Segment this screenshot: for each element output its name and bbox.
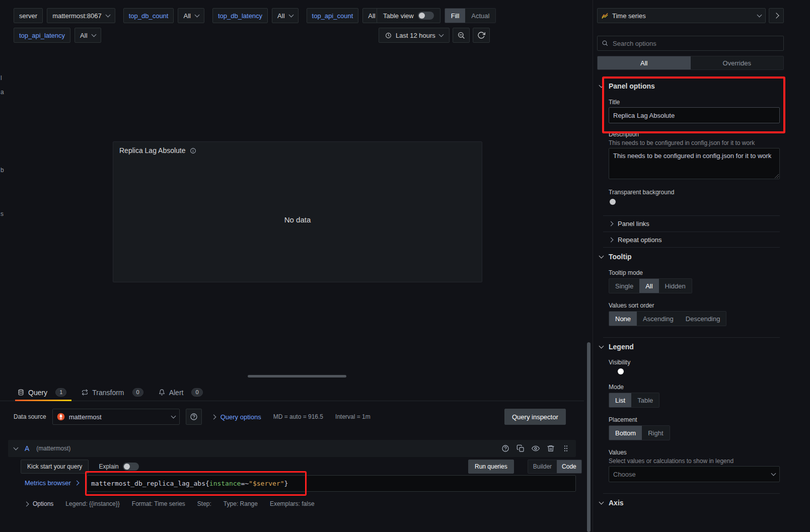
visualization-picker[interactable]: Time series — [597, 8, 766, 23]
drag-handle-icon[interactable] — [562, 444, 570, 452]
transparent-bg-label: Transparent background — [609, 189, 674, 196]
sort-ascending[interactable]: Ascending — [637, 312, 680, 326]
legend-mode-list[interactable]: List — [609, 393, 631, 407]
view-mode-actual[interactable]: Actual — [465, 9, 495, 23]
panel-header[interactable]: Replica Lag Absolute — [113, 142, 482, 159]
options-tab-overrides[interactable]: Overrides — [691, 56, 784, 69]
tooltip-mode-hidden[interactable]: Hidden — [659, 279, 692, 293]
variable-value-server[interactable]: mattermost:8067 — [47, 8, 115, 23]
chevron-down-icon — [91, 32, 96, 37]
zoom-out-button[interactable] — [453, 28, 470, 43]
repeat-options-collapsible[interactable]: Repeat options — [603, 232, 780, 248]
metrics-browser-control[interactable]: Metrics browser — [25, 479, 79, 487]
refresh-button[interactable] — [473, 28, 490, 43]
time-range-picker[interactable]: Last 12 hours — [379, 28, 450, 43]
no-data-message: No data — [113, 215, 482, 224]
tab-transform-badge: 0 — [132, 388, 143, 397]
pane-resize-handle[interactable] — [248, 375, 346, 377]
section-divider — [603, 337, 780, 338]
query-ref-id[interactable]: A — [25, 444, 29, 452]
table-view-toggle[interactable] — [418, 12, 434, 20]
view-mode-fill[interactable]: Fill — [445, 9, 466, 23]
section-legend[interactable]: Legend — [600, 343, 634, 351]
variable-label-top-api-count[interactable]: top_api_count — [307, 8, 359, 23]
tab-query-label: Query — [28, 389, 47, 397]
options-tab-all[interactable]: All — [598, 56, 691, 69]
tab-transform-label: Transform — [92, 389, 124, 397]
collapse-options-pane-button[interactable] — [769, 8, 784, 23]
section-axis[interactable]: Axis — [600, 499, 624, 507]
panel-view-controls: Table view Fill Actual — [377, 8, 496, 23]
kick-start-query-button[interactable]: Kick start your query — [21, 460, 89, 474]
chevron-down-icon — [599, 344, 604, 349]
panel-links-collapsible[interactable]: Panel links — [603, 215, 780, 232]
variable-value-top-db-latency[interactable]: All — [272, 8, 298, 23]
tab-transform[interactable]: Transform 0 — [82, 384, 143, 401]
placement-right[interactable]: Right — [642, 426, 669, 440]
section-divider — [603, 493, 780, 494]
explain-toggle[interactable] — [123, 463, 139, 471]
editor-mode-group: Builder Code — [528, 460, 582, 474]
delete-query-icon[interactable] — [547, 444, 555, 452]
visualization-name: Time series — [612, 12, 646, 20]
sort-descending[interactable]: Descending — [680, 312, 726, 326]
legend-mode-group: List Table — [609, 393, 659, 408]
options-collapse[interactable]: Options — [25, 500, 53, 507]
variable-label-top-db-count[interactable]: top_db_count — [123, 8, 174, 23]
tooltip-mode-label: Tooltip mode — [609, 269, 643, 276]
query-options-link[interactable]: Query options — [220, 413, 261, 421]
query-inspector-button[interactable]: Query inspector — [504, 409, 566, 425]
option-exemplars: Exemplars: false — [270, 500, 315, 507]
chevron-down-icon — [771, 471, 776, 476]
panel-description-textarea[interactable]: This needs to be configured in config.js… — [609, 148, 780, 179]
tooltip-mode-single[interactable]: Single — [609, 279, 639, 293]
run-queries-button[interactable]: Run queries — [468, 460, 514, 474]
panel-title-input[interactable] — [609, 107, 780, 123]
variable-value-top-api-latency[interactable]: All — [75, 28, 101, 43]
clipped-text-fragment: a — [1, 89, 4, 96]
legend-mode-table[interactable]: Table — [631, 393, 659, 407]
datasource-help-button[interactable] — [186, 409, 202, 425]
duplicate-query-icon[interactable] — [517, 444, 525, 452]
tab-query-badge: 1 — [55, 388, 66, 397]
options-pane-scrollbar[interactable] — [587, 342, 591, 532]
explain-label: Explain — [99, 463, 118, 470]
toggle-visibility-icon[interactable] — [532, 444, 540, 452]
placement-bottom[interactable]: Bottom — [609, 426, 642, 440]
help-circle-icon — [190, 413, 198, 421]
chevron-right-icon — [609, 221, 614, 226]
tab-query[interactable]: Query 1 — [18, 384, 66, 401]
table-view-control: Table view — [377, 8, 440, 23]
query-help-icon[interactable] — [501, 444, 509, 452]
section-panel-options[interactable]: Panel options — [600, 82, 655, 90]
legend-placement-group: Bottom Right — [609, 425, 670, 440]
tooltip-mode-group: Single All Hidden — [609, 278, 692, 293]
variable-label-top-db-latency[interactable]: top_db_latency — [212, 8, 268, 23]
sort-none[interactable]: None — [609, 312, 637, 326]
legend-values-select[interactable]: Choose — [609, 466, 780, 482]
query-options-md: MD = auto = 916.5 — [273, 413, 323, 420]
info-icon[interactable] — [190, 147, 196, 154]
datasource-picker[interactable]: mattermost — [52, 409, 180, 425]
query-expression-input[interactable]: mattermost_db_replica_lag_abs{instance=~… — [87, 475, 576, 492]
query-options-summary[interactable]: Query options MD = auto = 916.5 Interval… — [212, 413, 371, 421]
option-format: Format: Time series — [132, 500, 185, 507]
option-type: Type: Range — [224, 500, 258, 507]
description-field-label: Description — [609, 131, 639, 138]
editor-mode-code[interactable]: Code — [557, 460, 581, 473]
timeseries-chart-icon — [602, 13, 608, 19]
legend-values-label: Values — [609, 449, 627, 456]
collapse-query-row-icon[interactable] — [14, 445, 19, 450]
search-input[interactable] — [597, 36, 784, 51]
panel-description-field: This needs to be configured in config.js… — [609, 148, 780, 179]
chevron-down-icon — [194, 13, 199, 18]
tab-alert[interactable]: Alert 0 — [159, 384, 203, 401]
refresh-icon — [477, 31, 485, 39]
variable-label-top-api-latency[interactable]: top_api_latency — [14, 28, 70, 43]
chevron-down-icon — [599, 83, 604, 88]
tooltip-mode-all[interactable]: All — [639, 279, 658, 293]
variable-value-top-db-count[interactable]: All — [178, 8, 204, 23]
editor-mode-builder[interactable]: Builder — [528, 460, 557, 473]
options-tab-group: All Overrides — [597, 56, 784, 70]
section-tooltip[interactable]: Tooltip — [600, 253, 632, 261]
